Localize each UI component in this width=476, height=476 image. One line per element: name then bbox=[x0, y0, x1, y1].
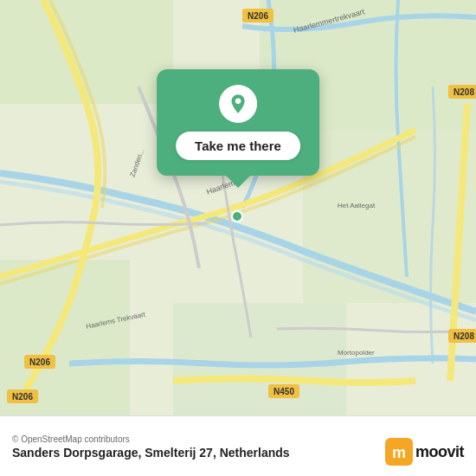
svg-point-24 bbox=[232, 211, 242, 222]
svg-text:N206: N206 bbox=[12, 392, 33, 402]
moovit-logo: m moovit bbox=[385, 438, 464, 466]
svg-text:Het Aallegat: Het Aallegat bbox=[338, 202, 376, 209]
svg-text:Mortopolder: Mortopolder bbox=[338, 349, 375, 357]
svg-text:N206: N206 bbox=[29, 357, 50, 367]
svg-rect-3 bbox=[303, 130, 476, 303]
popup-card: Take me there bbox=[157, 69, 319, 176]
bottom-bar: © OpenStreetMap contributors Sanders Dor… bbox=[0, 415, 476, 476]
svg-text:N208: N208 bbox=[453, 87, 474, 97]
svg-text:N206: N206 bbox=[248, 11, 268, 21]
location-pin-icon bbox=[219, 85, 257, 123]
moovit-brand-icon: m bbox=[385, 438, 413, 466]
svg-text:m: m bbox=[392, 444, 406, 461]
take-me-there-button[interactable]: Take me there bbox=[176, 132, 300, 160]
svg-text:N450: N450 bbox=[273, 387, 294, 396]
moovit-brand-name: moovit bbox=[415, 443, 464, 461]
svg-text:N208: N208 bbox=[453, 331, 474, 341]
svg-point-25 bbox=[235, 99, 241, 105]
map-container[interactable]: N206 N206 N206 N208 N208 N450 Haarlemmer… bbox=[0, 0, 476, 415]
svg-rect-5 bbox=[173, 303, 346, 415]
